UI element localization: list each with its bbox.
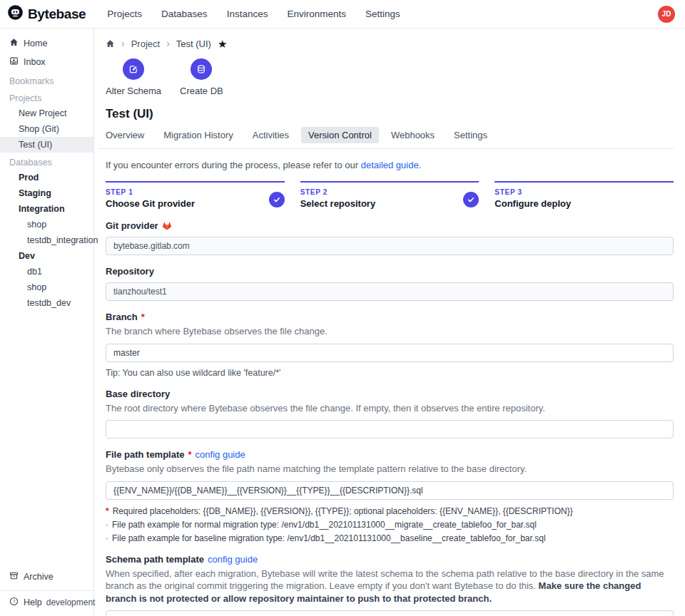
schema-path-template-input[interactable] xyxy=(106,610,674,615)
tab-webhooks[interactable]: Webhooks xyxy=(384,127,442,143)
sidebar-item-home[interactable]: Home xyxy=(0,34,93,53)
breadcrumb-separator: › xyxy=(166,38,170,49)
create-db-button[interactable]: Create DB xyxy=(180,58,223,96)
sidebar-db-testdb-integration[interactable]: testdb_integration xyxy=(0,232,93,248)
tab-settings[interactable]: Settings xyxy=(447,127,494,143)
required-marker: * xyxy=(106,506,109,516)
detailed-guide-link[interactable]: detailed guide xyxy=(361,160,419,170)
field-help: When specified, after each migration, By… xyxy=(106,568,674,605)
sidebar-section-projects: Projects xyxy=(0,88,93,106)
required-marker: * xyxy=(188,449,192,460)
sidebar: Home Inbox Bookmarks Projects New Projec… xyxy=(0,29,94,615)
step-3[interactable]: STEP 3 Configure deploy xyxy=(494,181,674,209)
notice-text: If you encounter errors during the proce… xyxy=(106,160,361,170)
sidebar-item-shop-git[interactable]: Shop (Git) xyxy=(0,121,93,137)
step-label: STEP 2 xyxy=(300,188,480,196)
quick-action-label: Create DB xyxy=(180,86,223,96)
topnav-databases[interactable]: Databases xyxy=(161,9,208,19)
field-help: Bytebase only observes the file path nam… xyxy=(106,463,674,476)
archive-icon xyxy=(9,571,19,582)
repository-input[interactable] xyxy=(106,282,674,301)
version-control-form: Git provider Repository xyxy=(106,220,674,615)
required-marker: * xyxy=(141,312,145,322)
sidebar-db-db1[interactable]: db1 xyxy=(0,264,93,279)
field-label: Branch xyxy=(106,312,138,322)
sidebar-db-shop-integration[interactable]: shop xyxy=(0,217,93,232)
file-path-config-guide-link[interactable]: config guide xyxy=(196,449,245,460)
check-icon xyxy=(269,192,285,207)
topnav-projects[interactable]: Projects xyxy=(107,9,142,19)
field-label: Repository xyxy=(106,266,154,277)
home-icon xyxy=(9,38,19,49)
field-label: Git provider xyxy=(106,220,158,231)
field-label: Base directory xyxy=(106,389,170,399)
tab-bar: Overview Migration History Activities Ve… xyxy=(98,127,674,149)
step-label: STEP 3 xyxy=(494,188,674,196)
brand-name: Bytebase xyxy=(28,6,86,22)
sidebar-item-test-ui[interactable]: Test (UI) xyxy=(0,137,93,153)
sidebar-env-integration: Integration xyxy=(0,201,93,217)
breadcrumb-home-icon[interactable] xyxy=(106,39,115,48)
svg-text:?: ? xyxy=(13,599,16,604)
git-provider-input[interactable] xyxy=(106,237,674,255)
sidebar-item-new-project[interactable]: New Project xyxy=(0,106,93,121)
note-text: File path example for normal migration t… xyxy=(112,520,537,530)
git-provider-field: Git provider xyxy=(106,220,674,255)
error-notice: If you encounter errors during the proce… xyxy=(106,160,674,170)
schema-path-template-field: Schema path template config guide When s… xyxy=(106,554,674,615)
sidebar-env-staging: Staging xyxy=(0,185,93,201)
sidebar-item-help[interactable]: ? Help xyxy=(9,597,42,608)
top-nav: Projects Databases Instances Environment… xyxy=(107,9,400,19)
tab-version-control[interactable]: Version Control xyxy=(301,127,379,143)
sidebar-item-inbox[interactable]: Inbox xyxy=(0,53,93,71)
version-label: development xyxy=(46,597,96,607)
note-text: Required placeholders: {{DB_NAME}}, {{VE… xyxy=(113,506,573,516)
quick-action-label: Alter Schema xyxy=(106,86,161,96)
note-text: File path example for baseline migration… xyxy=(112,533,546,543)
sidebar-db-shop-dev[interactable]: shop xyxy=(0,279,93,295)
topnav-settings[interactable]: Settings xyxy=(365,9,400,19)
step-1[interactable]: STEP 1 Choose Git provider xyxy=(106,181,285,209)
edit-icon xyxy=(123,58,144,80)
user-avatar[interactable]: JD xyxy=(658,6,675,23)
sidebar-env-prod: Prod xyxy=(0,170,93,185)
branch-input[interactable] xyxy=(106,344,674,362)
sidebar-db-testdb-dev[interactable]: testdb_dev xyxy=(0,295,93,311)
breadcrumb-current: Test (UI) xyxy=(176,38,211,49)
sidebar-item-label: Home xyxy=(24,38,47,48)
sidebar-section-databases: Databases xyxy=(0,153,93,170)
sidebar-item-label: Archive xyxy=(24,572,54,582)
top-bar: Bytebase Projects Databases Instances En… xyxy=(0,0,685,29)
favorite-star-icon[interactable]: ★ xyxy=(218,38,227,49)
breadcrumb-project[interactable]: Project xyxy=(131,38,160,49)
field-help: The root directory where Bytebase observ… xyxy=(106,402,674,415)
alter-schema-button[interactable]: Alter Schema xyxy=(106,58,161,96)
gitlab-icon xyxy=(162,221,172,231)
tab-migration-history[interactable]: Migration History xyxy=(156,127,240,143)
step-label: STEP 1 xyxy=(106,188,285,196)
step-title: Select repository xyxy=(300,198,480,209)
topnav-instances[interactable]: Instances xyxy=(227,9,268,19)
sidebar-item-archive[interactable]: Archive xyxy=(0,568,93,586)
tab-overview[interactable]: Overview xyxy=(98,127,151,143)
sidebar-env-dev: Dev xyxy=(0,248,93,264)
step-2[interactable]: STEP 2 Select repository xyxy=(300,181,480,209)
repository-field: Repository xyxy=(106,266,674,301)
notice-text: . xyxy=(419,160,422,170)
breadcrumb-separator: › xyxy=(121,38,125,49)
bytebase-logo[interactable]: Bytebase xyxy=(7,4,86,24)
sidebar-item-label: Help xyxy=(24,597,42,607)
file-path-template-input[interactable] xyxy=(106,481,674,500)
topnav-environments[interactable]: Environments xyxy=(287,9,346,19)
branch-field: Branch * The branch where Bytebase obser… xyxy=(106,312,674,378)
database-icon xyxy=(191,58,212,80)
bullet: · xyxy=(106,533,108,543)
schema-path-config-guide-link[interactable]: config guide xyxy=(208,554,258,565)
bytebase-logo-icon xyxy=(7,4,24,24)
inbox-icon xyxy=(9,56,19,68)
sidebar-section-bookmarks: Bookmarks xyxy=(0,71,93,88)
field-label: File path template xyxy=(106,449,185,460)
tab-activities[interactable]: Activities xyxy=(245,127,296,143)
base-directory-input[interactable] xyxy=(106,420,674,438)
main-content: › Project › Test (UI) ★ Alter Schema xyxy=(94,29,685,615)
